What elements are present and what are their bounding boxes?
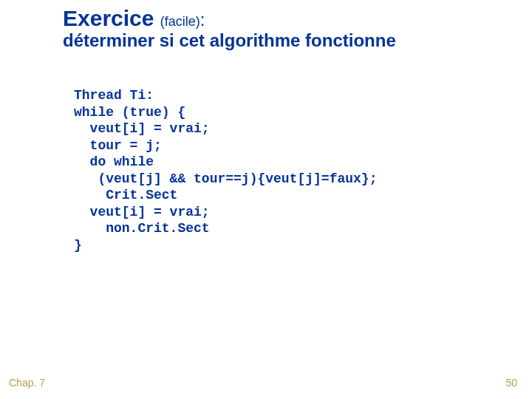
code-line-7: Crit.Sect [74,188,177,202]
code-line-1: Thread Ti: [74,88,154,103]
code-line-10: } [74,238,82,253]
code-line-4: tour = j; [74,138,162,153]
code-line-2: while (true) { [74,105,185,120]
code-line-3: veut[i] = vrai; [74,121,210,136]
code-line-5: do while [74,154,154,169]
code-line-8: veut[i] = vrai; [74,205,210,219]
heading-title-paren: (facile) [160,14,200,29]
heading-line-1: Exercice (facile): [63,6,502,32]
footer-chapter: Chap. 7 [9,377,45,389]
heading-subtitle: déterminer si cet algorithme fonctionne [63,30,502,51]
footer-page-number: 50 [505,377,517,389]
slide: Exercice (facile): déterminer si cet alg… [0,0,532,399]
heading-title-main: Exercice [63,6,154,30]
code-line-9: non.Crit.Sect [74,221,210,236]
slide-heading: Exercice (facile): déterminer si cet alg… [63,6,502,50]
code-line-6: (veut[j] && tour==j){veut[j]=faux}; [74,171,377,186]
code-block: Thread Ti: while (true) { veut[i] = vrai… [74,87,377,253]
heading-title-colon: : [200,10,205,30]
